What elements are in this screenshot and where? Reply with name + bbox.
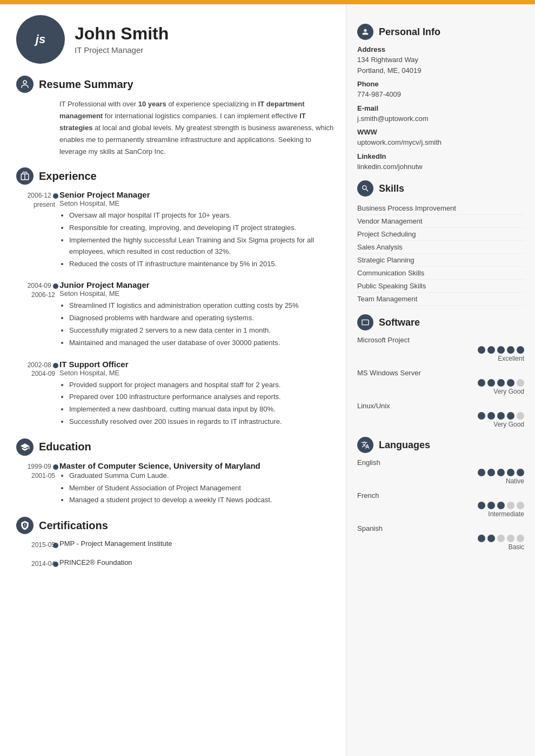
dot	[507, 535, 514, 542]
job-date-1: 2006-12 - present	[17, 191, 55, 210]
dot	[487, 412, 495, 420]
job-date-2: 2004-09 - 2006-12	[17, 281, 55, 300]
dot	[507, 379, 514, 387]
lang-dots-0	[357, 469, 524, 476]
avatar-initials: js	[36, 32, 45, 46]
certifications-section-header: Certifications	[16, 517, 335, 534]
bullet: Successfully resolved over 200 issues in…	[69, 416, 335, 428]
bullet: Responsible for creating, improving, and…	[69, 222, 335, 234]
dot	[497, 379, 505, 387]
job-item-2: 2004-09 - 2006-12 Junior Project Manager…	[59, 280, 335, 348]
phone-value: 774-987-4009	[357, 89, 524, 100]
certifications-list: 2015-05 PMP - Project Management Institu…	[16, 539, 335, 566]
bullet: Maintained and managed the user database…	[69, 338, 335, 349]
personal-info-icon	[357, 24, 373, 40]
cert-dot-2	[53, 562, 58, 567]
education-icon	[16, 438, 34, 456]
summary-section-header: Resume Summary	[16, 76, 335, 93]
timeline-dot-1	[53, 193, 58, 199]
bullet: Diagnosed problems with hardware and ope…	[69, 313, 335, 324]
job-item-1: 2006-12 - present Senior Project Manager…	[59, 190, 335, 269]
dot	[487, 379, 495, 387]
experience-title: Experience	[39, 170, 97, 183]
software-name-0: Microsoft Project	[357, 336, 524, 344]
job-content-3: IT Support Officer Seton Hospital, ME Pr…	[59, 360, 335, 428]
skill-item-3: Sales Analysis	[357, 241, 524, 254]
lang-rating-2: Basic	[357, 543, 524, 551]
header-text: John Smith IT Project Manager	[75, 24, 169, 55]
dot	[497, 502, 505, 509]
languages-title: Languages	[379, 440, 430, 451]
dot	[487, 502, 495, 509]
job-item-3: 2002-08 - 2004-09 IT Support Officer Set…	[59, 360, 335, 428]
bullet: Streamlined IT logistics and administrat…	[69, 300, 335, 312]
dot	[507, 346, 514, 354]
software-dots-1	[357, 379, 524, 387]
software-header: Software	[357, 314, 524, 330]
dot	[497, 346, 505, 354]
lang-item-1: French Intermediate	[357, 491, 524, 518]
address-value: 134 Rightward WayPortland, ME, 04019	[357, 55, 524, 76]
www-value: uptowork.com/mycv/j.smith	[357, 137, 524, 148]
job-title: IT Project Manager	[75, 45, 169, 55]
dot	[487, 469, 495, 476]
edu-item-1: 1999-09 - 2001-05 Master of Computer Sci…	[59, 461, 335, 506]
bullet: Implemented a new dashboard, cutting man…	[69, 404, 335, 415]
experience-section-header: Experience	[16, 167, 335, 185]
bullet: Graduated Summa Cum Laude.	[69, 470, 335, 482]
experience-timeline: 2006-12 - present Senior Project Manager…	[16, 190, 335, 427]
education-title: Education	[39, 441, 91, 453]
lang-item-0: English Native	[357, 458, 524, 485]
cert-dot-1	[53, 543, 58, 548]
edu-content-1: Master of Computer Science, University o…	[59, 461, 335, 506]
skill-item-6: Public Speaking Skills	[357, 280, 524, 293]
bullet: Prepared over 100 infrastructure perform…	[69, 392, 335, 403]
phone-label: Phone	[357, 80, 524, 88]
software-item-1: MS Windows Server Very Good	[357, 369, 524, 395]
avatar: js	[16, 15, 65, 64]
job-bullets-1: Oversaw all major hospital IT projects f…	[59, 210, 335, 269]
cert-date-1: 2015-05	[17, 541, 55, 550]
cert-content-2: PRINCE2® Foundation	[59, 558, 335, 566]
dot	[478, 469, 485, 476]
languages-header: Languages	[357, 437, 524, 453]
dot	[507, 502, 514, 509]
cert-date-2: 2014-04	[17, 559, 55, 569]
dot	[478, 346, 485, 354]
email-value: j.smith@uptowork.com	[357, 113, 524, 124]
dot	[517, 379, 524, 387]
cert-item-2: 2014-04 PRINCE2® Foundation	[59, 558, 335, 566]
software-name-2: Linux/Unix	[357, 402, 524, 410]
skill-item-1: Vendor Management	[357, 215, 524, 228]
lang-dots-1	[357, 502, 524, 509]
lang-name-0: English	[357, 458, 524, 467]
job-title-1: Senior Project Manager	[59, 190, 335, 199]
software-list: Microsoft Project Excellent MS Windows S…	[357, 336, 524, 428]
job-bullets-2: Streamlined IT logistics and administrat…	[59, 300, 335, 348]
skill-item-4: Strategic Planning	[357, 254, 524, 267]
edu-dot-1	[53, 464, 58, 470]
software-item-2: Linux/Unix Very Good	[357, 402, 524, 428]
job-content-2: Junior Project Manager Seton Hospital, M…	[59, 280, 335, 348]
education-timeline: 1999-09 - 2001-05 Master of Computer Sci…	[16, 461, 335, 506]
dot	[507, 412, 514, 420]
skill-item-7: Team Management	[357, 293, 524, 306]
lang-rating-0: Native	[357, 477, 524, 485]
certifications-icon	[16, 517, 34, 534]
summary-content: IT Professional with over 10 years of ex…	[16, 98, 335, 158]
summary-title: Resume Summary	[39, 78, 133, 91]
job-date-3: 2002-08 - 2004-09	[17, 361, 55, 379]
languages-icon	[357, 437, 373, 453]
job-title-2: Junior Project Manager	[59, 280, 335, 289]
job-title-3: IT Support Officer	[59, 360, 335, 369]
languages-list: English Native French	[357, 458, 524, 551]
skills-icon	[357, 180, 373, 197]
dot	[517, 502, 524, 509]
linkedin-label: LinkedIn	[357, 152, 524, 160]
dot	[487, 535, 495, 542]
dot	[517, 469, 524, 476]
dot	[517, 535, 524, 542]
cert-text-1: PMP - Project Management Institute	[59, 539, 172, 548]
experience-icon	[16, 167, 34, 185]
certifications-title: Certifications	[39, 519, 108, 532]
